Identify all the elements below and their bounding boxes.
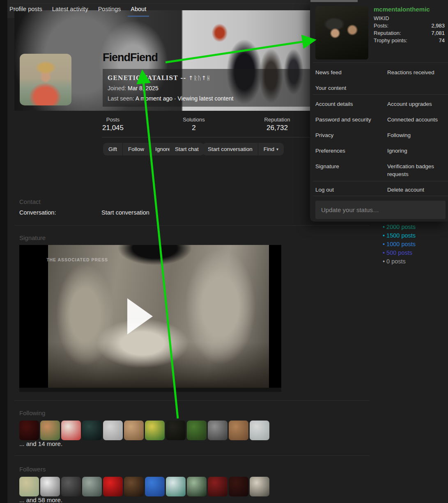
avatar-thumb[interactable] <box>229 477 248 496</box>
menu-item-connected-accounts[interactable]: Connected accounts <box>387 116 447 123</box>
menu-item-ignoring[interactable]: Ignoring <box>387 147 447 155</box>
menu-divider <box>313 62 448 63</box>
conversation-label: Conversation: <box>19 209 56 216</box>
menu-item-reactions-received[interactable]: Reactions received <box>387 69 447 76</box>
avatar-thumb[interactable] <box>250 477 269 496</box>
start-conversation-link[interactable]: Start conversation <box>101 209 149 216</box>
avatar-thumb[interactable] <box>124 477 144 496</box>
video-control-bar[interactable] <box>19 388 281 392</box>
last-seen-label: Last seen: <box>108 95 134 102</box>
menu-item-verification-badges[interactable]: Verification badges requests <box>387 162 447 178</box>
avatar-thumb[interactable] <box>166 421 186 440</box>
gift-button[interactable]: Gift <box>103 143 122 155</box>
last-seen-value: A moment ago · Viewing latest content <box>136 95 234 102</box>
avatar-thumb[interactable] <box>145 477 165 496</box>
menu-item-password-security[interactable]: Password and security <box>315 116 383 123</box>
account-trophy-value: 74 <box>439 37 445 43</box>
left-edge-strip <box>0 0 7 503</box>
stat-posts-value[interactable]: 21,045 <box>80 123 146 133</box>
avatar-thumb[interactable] <box>61 421 81 440</box>
tab-about[interactable]: About <box>131 0 146 18</box>
menu-item-following[interactable]: Following <box>387 131 447 139</box>
tab-latest-activity[interactable]: Latest activity <box>52 0 88 18</box>
menu-item-news-feed[interactable]: News feed <box>315 69 383 76</box>
joined-label: Joined: <box>108 85 126 91</box>
avatar-thumb[interactable] <box>124 421 144 440</box>
profile-username: FiendFiend <box>103 51 158 64</box>
joined-line: Joined: Mar 8, 2025 <box>108 83 305 94</box>
avatar-thumb[interactable] <box>82 421 102 440</box>
account-posts-value: 2,983 <box>431 23 445 29</box>
moderation-button-group: Gift Follow Ignore <box>103 143 176 155</box>
menu-item-account-details[interactable]: Account details <box>315 100 383 108</box>
avatar-thumb[interactable] <box>229 421 248 440</box>
section-divider <box>14 400 370 401</box>
avatar-thumb[interactable] <box>19 421 39 440</box>
account-username[interactable]: mcmentalonthemic <box>374 6 430 13</box>
avatar-thumb[interactable] <box>187 477 207 496</box>
last-seen-line: Last seen: A moment ago · Viewing latest… <box>108 94 305 104</box>
start-conversation-button[interactable]: Start conversation <box>202 143 258 155</box>
profile-avatar[interactable] <box>20 54 71 105</box>
start-chat-button-group: Start chat <box>170 143 204 155</box>
avatar-thumb[interactable] <box>40 421 60 440</box>
post-milestone-item[interactable]: • 500 posts <box>383 249 416 257</box>
avatar-thumb[interactable] <box>166 477 186 496</box>
contact-heading: Contact <box>19 198 41 205</box>
menu-item-your-content[interactable]: Your content <box>315 84 383 92</box>
avatar-thumb[interactable] <box>208 421 227 440</box>
stat-reputation: Reputation 26,732 <box>244 116 310 133</box>
avatar-thumb[interactable] <box>187 421 207 440</box>
avatar-thumb[interactable] <box>19 477 39 496</box>
stat-posts: Posts 21,045 <box>80 116 146 133</box>
menu-divider <box>313 94 448 95</box>
section-divider <box>14 455 370 456</box>
avatar-thumb[interactable] <box>61 477 81 496</box>
menu-item-privacy[interactable]: Privacy <box>315 131 383 139</box>
avatar-thumb[interactable] <box>208 477 227 496</box>
conversation-button-group: Start conversation Find ▾ <box>202 143 284 155</box>
tab-profile-posts[interactable]: Profile posts <box>9 0 42 18</box>
start-chat-button[interactable]: Start chat <box>170 143 204 155</box>
follow-button[interactable]: Follow <box>123 143 149 155</box>
following-heading: Following <box>19 409 45 416</box>
video-frame <box>48 245 269 388</box>
signature-video-player[interactable]: THE ASSOCIATED PRESS <box>19 245 281 392</box>
dropdown-scrollbar[interactable] <box>310 0 358 2</box>
post-milestone-item[interactable]: • 0 posts <box>383 257 416 266</box>
menu-item-signature[interactable]: Signature <box>315 162 383 170</box>
avatar-thumb[interactable] <box>250 421 269 440</box>
post-milestone-item[interactable]: • 1000 posts <box>383 240 416 249</box>
account-avatar[interactable] <box>315 6 368 59</box>
account-stat-trophy: Trophy points: 74 <box>374 37 445 43</box>
avatar-thumb[interactable] <box>103 477 123 496</box>
stat-solutions-value[interactable]: 2 <box>161 123 227 133</box>
followers-more-link[interactable]: ... and 58 more. <box>19 496 62 503</box>
tab-postings[interactable]: Postings <box>98 0 121 18</box>
play-icon[interactable] <box>127 298 153 334</box>
post-milestone-item[interactable]: • 2000 posts <box>383 223 416 231</box>
user-title-runes: ↑ᚱᚢ↑ᚺ <box>188 75 211 81</box>
menu-item-account-upgrades[interactable]: Account upgrades <box>387 100 447 108</box>
account-reputation-label: Reputation: <box>374 30 401 36</box>
avatar-thumb[interactable] <box>40 477 60 496</box>
following-more-link[interactable]: ... and 14 more. <box>19 440 62 447</box>
post-milestone-item[interactable]: • 1500 posts <box>383 231 416 240</box>
account-stat-posts: Posts: 2,983 <box>374 23 445 29</box>
user-custom-title: GENETIC FATALIST -- ↑ᚱᚢ↑ᚺ <box>108 73 305 83</box>
followers-avatar-row <box>19 477 269 496</box>
find-button[interactable]: Find ▾ <box>258 143 284 155</box>
avatar-thumb[interactable] <box>82 477 102 496</box>
menu-item-preferences[interactable]: Preferences <box>315 147 383 155</box>
status-update-input[interactable] <box>315 201 446 219</box>
menu-item-log-out[interactable]: Log out <box>315 186 383 194</box>
avatar-thumb[interactable] <box>145 421 165 440</box>
caret-down-icon: ▾ <box>276 147 278 151</box>
stat-reputation-value[interactable]: 26,732 <box>244 123 310 133</box>
account-posts-label: Posts: <box>374 23 388 29</box>
avatar-thumb[interactable] <box>103 421 123 440</box>
stat-posts-label: Posts <box>80 116 146 123</box>
video-watermark: THE ASSOCIATED PRESS <box>46 257 108 262</box>
account-stat-reputation: Reputation: 7,081 <box>374 30 445 36</box>
menu-item-delete-account[interactable]: Delete account <box>387 186 447 194</box>
